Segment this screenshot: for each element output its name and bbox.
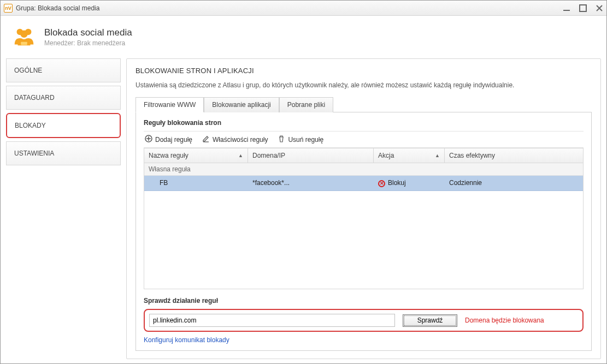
- col-header-time[interactable]: Czas efektywny: [445, 148, 583, 163]
- sidebar-item-dataguard[interactable]: DATAGUARD: [6, 86, 121, 110]
- pencil-icon: [202, 135, 210, 144]
- cell-time: Codziennie: [445, 176, 583, 190]
- check-section-title: Sprawdź działanie reguł: [144, 297, 584, 305]
- grid-group-label: Własna reguła: [144, 163, 583, 176]
- rule-properties-button[interactable]: Właściwości reguły: [202, 135, 268, 144]
- sort-asc-icon: ▲: [435, 153, 440, 158]
- sidebar: OGÓLNE DATAGUARD BLOKADY USTAWIENIA: [6, 58, 121, 359]
- check-result: Domena będzie blokowana: [465, 317, 544, 324]
- col-header-action-label: Akcja: [378, 152, 394, 159]
- cell-domain: *facebook*...: [248, 176, 374, 190]
- manager-label: Menedżer:: [44, 39, 75, 47]
- tab-panel: Reguły blokowania stron Dodaj regułę: [135, 112, 592, 351]
- rule-properties-label: Właściwości reguły: [213, 136, 268, 144]
- tab-strip: Filtrowanie WWW Blokowanie aplikacji Pob…: [135, 97, 592, 112]
- delete-rule-button[interactable]: Usuń regułę: [278, 135, 323, 144]
- col-header-name-label: Nazwa reguły: [149, 152, 188, 159]
- main-subtitle: Ustawienia są dziedziczone z Atlasu i gr…: [135, 81, 592, 89]
- grid-header: Nazwa reguły▲ Domena/IP Akcja▲ Czas efek…: [144, 148, 583, 163]
- rules-toolbar: Dodaj regułę Właściwości reguły: [144, 131, 584, 148]
- tab-www-filter[interactable]: Filtrowanie WWW: [135, 97, 204, 112]
- svg-rect-0: [563, 10, 570, 11]
- body: OGÓLNE DATAGUARD BLOKADY USTAWIENIA BLOK…: [6, 58, 601, 359]
- page-header: Blokada social media Menedżer: Brak mene…: [6, 21, 601, 58]
- configure-block-message-link[interactable]: Konfiguruj komunikat blokady: [144, 336, 229, 344]
- manager-value: Brak menedżera: [77, 39, 125, 47]
- check-button[interactable]: Sprawdź: [403, 314, 457, 327]
- tab-app-block[interactable]: Blokowanie aplikacji: [204, 97, 279, 112]
- content-area: Blokada social media Menedżer: Brak mene…: [1, 16, 606, 363]
- table-row[interactable]: FB *facebook*... ✕Blokuj Codziennie: [144, 176, 583, 191]
- maximize-button[interactable]: [579, 4, 587, 12]
- col-header-action[interactable]: Akcja▲: [374, 148, 445, 163]
- add-rule-button[interactable]: Dodaj regułę: [145, 135, 192, 144]
- check-row: Sprawdź Domena będzie blokowana: [144, 309, 584, 332]
- col-header-domain[interactable]: Domena/IP: [248, 148, 374, 163]
- rules-section-title: Reguły blokowania stron: [144, 119, 584, 127]
- titlebar: nV Grupa: Blokada social media: [1, 1, 606, 16]
- plus-icon: [145, 135, 152, 144]
- sort-asc-icon: ▲: [238, 153, 243, 158]
- cell-name: FB: [144, 176, 248, 190]
- sidebar-item-settings[interactable]: USTAWIENIA: [6, 141, 121, 165]
- group-icon: [11, 25, 37, 50]
- rules-grid: Nazwa reguły▲ Domena/IP Akcja▲ Czas efek…: [144, 148, 584, 289]
- minimize-button[interactable]: [563, 4, 570, 12]
- close-button[interactable]: [596, 4, 603, 12]
- app-icon: nV: [4, 4, 13, 13]
- domain-check-input[interactable]: [149, 314, 395, 327]
- cell-action-label: Blokuj: [388, 179, 406, 187]
- manager-line: Menedżer: Brak menedżera: [44, 39, 132, 47]
- col-header-domain-label: Domena/IP: [252, 152, 285, 159]
- main-panel: BLOKOWANIE STRON I APLIKACJI Ustawienia …: [126, 58, 601, 359]
- app-window: nV Grupa: Blokada social media: [0, 0, 607, 364]
- add-rule-label: Dodaj regułę: [155, 136, 192, 144]
- svg-point-4: [20, 31, 27, 38]
- col-header-time-label: Czas efektywny: [449, 152, 495, 159]
- window-title: Grupa: Blokada social media: [16, 4, 563, 12]
- svg-rect-5: [21, 42, 27, 45]
- sidebar-item-blocks[interactable]: BLOKADY: [6, 113, 121, 138]
- svg-rect-1: [580, 5, 586, 11]
- delete-rule-label: Usuń regułę: [288, 136, 323, 144]
- sidebar-item-general[interactable]: OGÓLNE: [6, 58, 121, 82]
- main-title: BLOKOWANIE STRON I APLIKACJI: [135, 67, 592, 75]
- trash-icon: [278, 135, 285, 144]
- window-controls: [563, 4, 603, 12]
- check-section: Sprawdź działanie reguł Sprawdź Domena b…: [144, 297, 584, 344]
- col-header-name[interactable]: Nazwa reguły▲: [144, 148, 248, 163]
- cell-action: ✕Blokuj: [374, 176, 445, 190]
- page-title: Blokada social media: [44, 27, 132, 38]
- block-icon: ✕: [378, 180, 385, 187]
- tab-downloads[interactable]: Pobrane pliki: [279, 97, 333, 112]
